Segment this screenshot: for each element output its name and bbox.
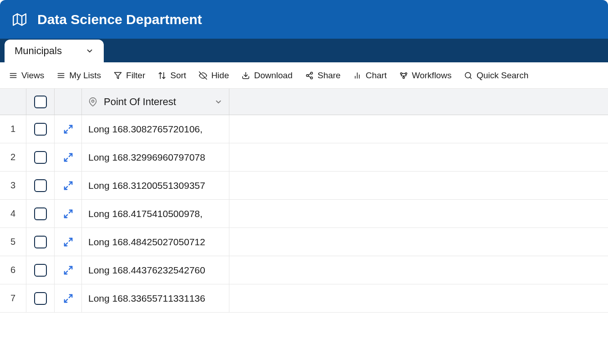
toolbar-label: Share (318, 71, 341, 81)
row-checkbox[interactable] (34, 236, 47, 248)
table-row: 6Long 168.44376232542760 (0, 256, 608, 284)
expand-icon[interactable] (63, 209, 73, 219)
cell-value: Long 168.33655711331136 (88, 293, 205, 304)
toolbar-label: Chart (365, 71, 386, 81)
point-of-interest-cell[interactable]: Long 168.4175410500978, (82, 200, 229, 228)
row-number: 6 (10, 265, 15, 275)
row-expand-cell (55, 200, 82, 228)
row-number-cell: 7 (0, 284, 26, 312)
row-checkbox[interactable] (34, 292, 47, 305)
sort-icon (158, 71, 166, 80)
chevron-down-icon[interactable] (214, 98, 223, 106)
map-icon (13, 13, 26, 26)
expand-icon[interactable] (63, 237, 73, 247)
row-expand-cell (55, 256, 82, 284)
row-number-cell: 4 (0, 200, 26, 228)
point-of-interest-cell[interactable]: Long 168.48425027050712 (82, 228, 229, 256)
point-of-interest-cell[interactable]: Long 168.44376232542760 (82, 256, 229, 284)
table-row: 3Long 168.31200551309357 (0, 172, 608, 200)
row-checkbox-cell (26, 143, 55, 171)
tab-municipals[interactable]: Municipals (5, 40, 104, 62)
map-pin-icon (88, 97, 97, 106)
chevron-down-icon[interactable] (86, 47, 94, 55)
download-button[interactable]: Download (242, 71, 293, 81)
row-checkbox-cell (26, 228, 55, 256)
expand-icon[interactable] (63, 124, 73, 134)
point-of-interest-cell[interactable]: Long 168.3082765720106, (82, 115, 229, 143)
row-number: 4 (10, 208, 15, 219)
share-icon (305, 71, 314, 80)
row-checkbox[interactable] (34, 123, 47, 136)
row-number: 1 (10, 124, 15, 134)
row-checkbox[interactable] (34, 207, 47, 220)
row-expand-cell (55, 143, 82, 171)
toolbar-label: Hide (211, 71, 229, 81)
table-row: 7Long 168.33655711331136 (0, 284, 608, 313)
bar-chart-icon (353, 71, 361, 80)
toolbar-label: Sort (170, 71, 186, 81)
row-checkbox-cell (26, 256, 55, 284)
column-rownum-header (0, 89, 26, 115)
row-expand-cell (55, 284, 82, 312)
search-icon (464, 71, 472, 80)
tab-label: Municipals (15, 45, 62, 57)
row-number-cell: 5 (0, 228, 26, 256)
my-lists-button[interactable]: My Lists (57, 71, 101, 81)
toolbar-label: Quick Search (476, 71, 528, 81)
row-number-cell: 2 (0, 143, 26, 171)
hide-button[interactable]: Hide (199, 71, 229, 81)
quick-search-button[interactable]: Quick Search (464, 71, 528, 81)
point-of-interest-cell[interactable]: Long 168.32996960797078 (82, 143, 229, 171)
chart-button[interactable]: Chart (353, 71, 386, 81)
row-number-cell: 6 (0, 256, 26, 284)
row-expand-cell (55, 228, 82, 256)
column-header-point-of-interest[interactable]: Point Of Interest (82, 89, 229, 115)
views-button[interactable]: Views (9, 71, 44, 81)
cell-value: Long 168.32996960797078 (88, 152, 205, 163)
filter-icon (114, 71, 122, 80)
column-checkbox-header[interactable] (26, 89, 55, 115)
share-button[interactable]: Share (305, 71, 341, 81)
row-number-cell: 1 (0, 115, 26, 143)
table-row: 2Long 168.32996960797078 (0, 143, 608, 172)
toolbar-label: My Lists (69, 71, 101, 81)
data-table: Point Of Interest 1Long 168.308276572010… (0, 89, 608, 313)
expand-icon[interactable] (63, 152, 73, 162)
expand-icon[interactable] (63, 181, 73, 191)
sort-button[interactable]: Sort (158, 71, 186, 81)
table-row: 4Long 168.4175410500978, (0, 200, 608, 228)
page-title: Data Science Department (37, 12, 202, 27)
row-expand-cell (55, 172, 82, 199)
row-checkbox-cell (26, 115, 55, 143)
expand-icon[interactable] (63, 265, 73, 275)
cell-value: Long 168.4175410500978, (88, 208, 203, 219)
cell-value: Long 168.31200551309357 (88, 180, 205, 191)
filter-button[interactable]: Filter (114, 71, 145, 81)
row-number: 5 (10, 237, 15, 247)
select-all-checkbox[interactable] (34, 96, 47, 108)
table-header-row: Point Of Interest (0, 89, 608, 115)
table-row: 5Long 168.48425027050712 (0, 228, 608, 256)
cell-value: Long 168.44376232542760 (88, 265, 205, 276)
point-of-interest-cell[interactable]: Long 168.31200551309357 (82, 172, 229, 199)
svg-marker-0 (13, 14, 26, 25)
svg-line-24 (470, 77, 471, 78)
toolbar-label: Download (254, 71, 293, 81)
toolbar: Views My Lists Filter S (0, 62, 608, 89)
tab-bar: Municipals (0, 39, 608, 62)
point-of-interest-cell[interactable]: Long 168.33655711331136 (82, 284, 229, 312)
svg-point-25 (92, 100, 94, 102)
workflows-button[interactable]: Workflows (400, 71, 451, 81)
expand-icon[interactable] (63, 293, 73, 303)
svg-marker-9 (115, 72, 122, 79)
row-checkbox[interactable] (34, 179, 47, 192)
row-checkbox[interactable] (34, 151, 47, 164)
toolbar-label: Filter (126, 71, 145, 81)
row-number-cell: 3 (0, 172, 26, 199)
app-header: Data Science Department (0, 0, 608, 39)
row-checkbox[interactable] (34, 264, 47, 277)
column-header-label: Point Of Interest (104, 96, 176, 108)
row-number: 7 (10, 293, 15, 303)
row-checkbox-cell (26, 284, 55, 312)
column-expand-header (55, 89, 82, 115)
